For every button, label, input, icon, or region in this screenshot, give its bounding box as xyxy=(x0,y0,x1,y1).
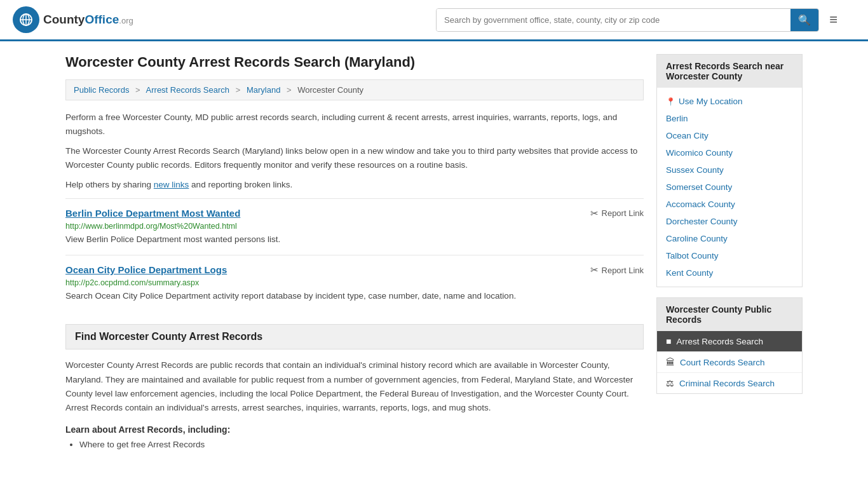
site-header: CountyOffice.org 🔍 ≡ xyxy=(0,0,868,41)
record-item-1-header: Ocean City Police Department Logs ✂ Repo… xyxy=(65,264,644,276)
search-icon: 🔍 xyxy=(798,15,811,25)
description-3-pre: Help others by sharing xyxy=(65,180,154,189)
breadcrumb-arrest-records[interactable]: Arrest Records Search xyxy=(146,85,230,95)
sidebar-record-criminal[interactable]: ⚖ Criminal Records Search xyxy=(657,372,802,393)
sidebar-link-wicomico[interactable]: Wicomico County xyxy=(657,144,802,161)
sidebar-criminal-link[interactable]: Criminal Records Search xyxy=(679,379,775,388)
logo-svg xyxy=(18,11,34,28)
sidebar-link-somerset[interactable]: Somerset County xyxy=(657,179,802,196)
page-title: Worcester County Arrest Records Search (… xyxy=(65,54,644,71)
court-records-icon: 🏛 xyxy=(666,357,675,367)
report-icon-1: ✂ xyxy=(590,264,599,276)
sidebar-record-court[interactable]: 🏛 Court Records Search xyxy=(657,351,802,372)
sidebar-nearby-links: Use My Location Berlin Ocean City Wicomi… xyxy=(657,88,802,287)
sidebar-link-ocean-city[interactable]: Ocean City xyxy=(657,127,802,144)
search-input[interactable] xyxy=(437,9,790,31)
sidebar-link-kent[interactable]: Kent County xyxy=(657,264,802,281)
sidebar-record-arrest[interactable]: ■ Arrest Records Search xyxy=(657,331,802,351)
report-link-label-1: Report Link xyxy=(602,266,644,275)
sidebar-link-caroline[interactable]: Caroline County xyxy=(657,230,802,247)
record-1-title[interactable]: Ocean City Police Department Logs xyxy=(65,264,227,275)
menu-button[interactable]: ≡ xyxy=(824,9,843,30)
breadcrumb-sep-3: > xyxy=(287,85,292,95)
sidebar-link-dorchester[interactable]: Dorchester County xyxy=(657,213,802,230)
logo-icon xyxy=(13,6,39,33)
main-content: Worcester County Arrest Records Search (… xyxy=(65,54,644,452)
breadcrumb-maryland[interactable]: Maryland xyxy=(247,85,280,95)
learn-bullets: Where to get free Arrest Records xyxy=(65,440,644,449)
sidebar-nearby-section: Arrest Records Search near Worcester Cou… xyxy=(656,54,803,287)
menu-icon: ≡ xyxy=(829,11,837,27)
report-link-0[interactable]: ✂ Report Link xyxy=(590,208,644,219)
sidebar-link-accomack[interactable]: Accomack County xyxy=(657,196,802,213)
record-0-url[interactable]: http://www.berlinmdpd.org/Most%20Wanted.… xyxy=(65,222,644,231)
main-container: Worcester County Arrest Records Search (… xyxy=(53,41,815,464)
sidebar-nearby-title-text: Arrest Records Search near Worcester Cou… xyxy=(666,61,783,81)
record-0-desc: View Berlin Police Department most wante… xyxy=(65,233,644,246)
breadcrumb-public-records[interactable]: Public Records xyxy=(74,85,129,95)
breadcrumb-sep-2: > xyxy=(236,85,241,95)
find-section-body: Worcester County Arrest Records are publ… xyxy=(65,358,644,415)
breadcrumb-sep-1: > xyxy=(135,85,140,95)
breadcrumb-worcester: Worcester County xyxy=(297,85,363,95)
report-link-1[interactable]: ✂ Report Link xyxy=(590,264,644,276)
learn-heading: Learn about Arrest Records, including: xyxy=(65,424,644,435)
find-section-header: Find Worcester County Arrest Records xyxy=(65,324,644,349)
sidebar-public-records-title: Worcester County Public Records xyxy=(657,298,802,331)
sidebar-public-records-section: Worcester County Public Records ■ Arrest… xyxy=(656,297,803,394)
sidebar-nearby-title: Arrest Records Search near Worcester Cou… xyxy=(657,55,802,88)
sidebar: Arrest Records Search near Worcester Cou… xyxy=(656,54,803,452)
report-link-label-0: Report Link xyxy=(602,208,644,218)
sidebar-link-sussex[interactable]: Sussex County xyxy=(657,161,802,179)
sidebar-public-records-items: ■ Arrest Records Search 🏛 Court Records … xyxy=(657,331,802,393)
sidebar-court-link[interactable]: Court Records Search xyxy=(680,358,765,367)
record-item-0-header: Berlin Police Department Most Wanted ✂ R… xyxy=(65,208,644,219)
criminal-records-icon: ⚖ xyxy=(666,378,674,388)
description-2: The Worcester County Arrest Records Sear… xyxy=(65,144,644,172)
sidebar-use-my-location[interactable]: Use My Location xyxy=(657,93,802,110)
report-icon-0: ✂ xyxy=(590,208,599,219)
sidebar-link-talbot[interactable]: Talbot County xyxy=(657,247,802,264)
record-1-url[interactable]: http://p2c.ocpdmd.com/summary.aspx xyxy=(65,278,644,287)
record-1-desc: Search Ocean City Police Department acti… xyxy=(65,290,644,302)
search-box: 🔍 xyxy=(436,8,819,32)
search-area: 🔍 ≡ xyxy=(436,8,843,32)
new-links-link[interactable]: new links xyxy=(154,180,189,189)
description-3: Help others by sharing new links and rep… xyxy=(65,178,644,192)
description-1: Perform a free Worcester County, MD publ… xyxy=(65,111,644,138)
logo-area: CountyOffice.org xyxy=(13,6,133,33)
arrest-records-icon: ■ xyxy=(666,336,671,346)
logo-text: CountyOffice.org xyxy=(43,13,133,27)
record-0-title[interactable]: Berlin Police Department Most Wanted xyxy=(65,208,240,219)
search-button[interactable]: 🔍 xyxy=(790,9,818,31)
record-item-0: Berlin Police Department Most Wanted ✂ R… xyxy=(65,198,644,255)
description-3-post: and reporting broken links. xyxy=(189,180,292,189)
breadcrumb: Public Records > Arrest Records Search >… xyxy=(65,79,644,100)
sidebar-link-berlin[interactable]: Berlin xyxy=(657,110,802,127)
sidebar-arrest-link[interactable]: Arrest Records Search xyxy=(676,337,763,346)
record-item-1: Ocean City Police Department Logs ✂ Repo… xyxy=(65,255,644,311)
learn-bullet-0: Where to get free Arrest Records xyxy=(79,440,644,449)
